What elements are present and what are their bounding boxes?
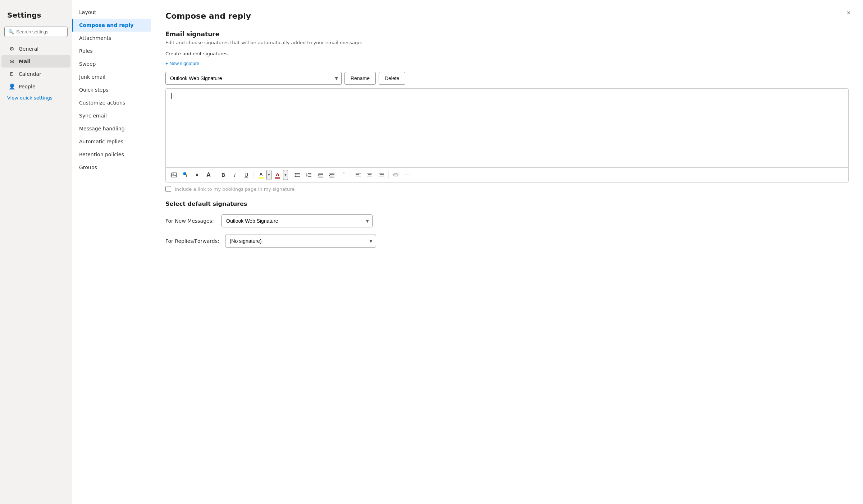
- decrease-font-button[interactable]: A: [192, 170, 202, 180]
- insert-link-button[interactable]: [391, 170, 401, 180]
- nav-compose-reply[interactable]: Compose and reply: [72, 19, 151, 32]
- insert-image-button[interactable]: [169, 170, 179, 180]
- sidebar-item-people[interactable]: 👤 People: [1, 80, 70, 93]
- align-left-button[interactable]: [353, 170, 364, 180]
- nav-sweep[interactable]: Sweep: [72, 57, 151, 70]
- sidebar-item-calendar[interactable]: 🗓 Calendar: [1, 68, 70, 80]
- nav-quick-steps[interactable]: Quick steps: [72, 83, 151, 96]
- svg-point-3: [295, 173, 296, 174]
- default-signatures-title: Select default signatures: [165, 200, 849, 207]
- underline-button[interactable]: U: [241, 170, 252, 180]
- search-box[interactable]: 🔍: [4, 27, 68, 37]
- font-color-button[interactable]: A: [272, 170, 283, 180]
- nav-customize-actions[interactable]: Customize actions: [72, 96, 151, 109]
- blockquote-button[interactable]: ": [338, 170, 349, 180]
- font-color-indicator: [275, 177, 280, 179]
- format-painter-button[interactable]: [180, 170, 191, 180]
- outdent-button[interactable]: [327, 170, 337, 180]
- close-button[interactable]: ×: [843, 7, 854, 19]
- highlight-button[interactable]: A: [256, 170, 266, 180]
- bullets-button[interactable]: [292, 170, 303, 180]
- main-content: × Compose and reply Email signature Edit…: [151, 0, 863, 504]
- replies-select[interactable]: (No signature) Outlook Web Signature: [225, 235, 376, 248]
- bookings-checkbox-row: Include a link to my bookings page in my…: [165, 186, 849, 192]
- replies-row: For Replies/Forwards: (No signature) Out…: [165, 235, 849, 248]
- new-messages-row: For New Messages: Outlook Web Signature …: [165, 214, 849, 227]
- editor-toolbar: A A B I U A ▼: [166, 168, 848, 182]
- delete-button[interactable]: Delete: [379, 72, 405, 85]
- mail-icon: ✉: [9, 58, 15, 65]
- more-options-button[interactable]: ···: [402, 170, 413, 180]
- bold-button[interactable]: B: [218, 170, 229, 180]
- view-quick-settings-link[interactable]: View quick settings: [0, 92, 60, 103]
- toolbar-separator-3: [290, 171, 290, 179]
- editor-cursor: [171, 93, 172, 99]
- default-signatures-section: Select default signatures For New Messag…: [165, 200, 849, 248]
- sidebar: Settings 🔍 ⚙ General ✉ Mail 🗓 Calendar 👤…: [0, 0, 72, 504]
- toolbar-separator-2: [254, 171, 254, 179]
- email-signature-description: Edit and choose signatures that will be …: [165, 40, 849, 45]
- svg-rect-0: [172, 173, 177, 177]
- font-color-group: A ▼: [272, 170, 288, 180]
- new-messages-label: For New Messages:: [165, 218, 216, 224]
- nav-sync-email[interactable]: Sync email: [72, 109, 151, 122]
- search-input[interactable]: [16, 29, 64, 34]
- nav-groups[interactable]: Groups: [72, 161, 151, 174]
- nav-rules[interactable]: Rules: [72, 45, 151, 57]
- toolbar-separator-1: [216, 171, 216, 179]
- sidebar-item-mail[interactable]: ✉ Mail: [1, 55, 70, 68]
- bookings-checkbox-label[interactable]: Include a link to my bookings page in my…: [175, 186, 294, 192]
- svg-point-5: [295, 175, 296, 176]
- nav-message-handling[interactable]: Message handling: [72, 122, 151, 135]
- font-color-dropdown-button[interactable]: ▼: [283, 170, 288, 180]
- new-signature-button[interactable]: + New signature: [165, 60, 199, 67]
- email-signature-title: Email signature: [165, 31, 849, 38]
- people-icon: 👤: [9, 83, 15, 90]
- mid-nav: Layout Compose and reply Attachments Rul…: [72, 0, 151, 504]
- rename-button[interactable]: Rename: [344, 72, 376, 85]
- svg-point-7: [295, 176, 296, 177]
- email-signature-section: Email signature Edit and choose signatur…: [165, 31, 849, 248]
- signature-select-row: Outlook Web Signature ▼ Rename Delete: [165, 72, 849, 85]
- app-container: Settings 🔍 ⚙ General ✉ Mail 🗓 Calendar 👤…: [0, 0, 863, 504]
- align-center-button[interactable]: [364, 170, 375, 180]
- page-title: Compose and reply: [165, 11, 849, 20]
- signature-dropdown-wrapper[interactable]: Outlook Web Signature ▼: [165, 72, 342, 85]
- highlight-group: A ▼: [256, 170, 271, 180]
- replies-label: For Replies/Forwards:: [165, 238, 219, 244]
- nav-layout[interactable]: Layout: [72, 6, 151, 19]
- nav-junk-email[interactable]: Junk email: [72, 70, 151, 83]
- new-messages-select[interactable]: Outlook Web Signature (No signature): [222, 214, 373, 227]
- general-icon: ⚙: [9, 46, 15, 52]
- increase-font-button[interactable]: A: [203, 170, 214, 180]
- svg-rect-2: [183, 172, 186, 175]
- italic-button[interactable]: I: [229, 170, 240, 180]
- toolbar-separator-4: [351, 171, 351, 179]
- svg-text:3.: 3.: [306, 175, 308, 177]
- highlight-dropdown-button[interactable]: ▼: [266, 170, 271, 180]
- signature-editor: A A B I U A ▼: [165, 88, 849, 182]
- sidebar-title: Settings: [0, 7, 72, 27]
- align-right-button[interactable]: [376, 170, 387, 180]
- bookings-checkbox[interactable]: [165, 186, 171, 192]
- highlight-color-indicator: [259, 177, 264, 179]
- nav-attachments[interactable]: Attachments: [72, 32, 151, 45]
- toolbar-separator-5: [388, 171, 389, 179]
- calendar-icon: 🗓: [9, 71, 15, 77]
- new-messages-dropdown-wrapper[interactable]: Outlook Web Signature (No signature) ▼: [222, 214, 373, 227]
- numbering-button[interactable]: 1.2.3.: [303, 170, 314, 180]
- svg-point-1: [173, 174, 174, 175]
- replies-dropdown-wrapper[interactable]: (No signature) Outlook Web Signature ▼: [225, 235, 376, 248]
- nav-retention-policies[interactable]: Retention policies: [72, 148, 151, 161]
- search-icon: 🔍: [8, 29, 14, 34]
- signature-select[interactable]: Outlook Web Signature: [165, 72, 342, 85]
- sidebar-item-general[interactable]: ⚙ General: [1, 43, 70, 55]
- signature-editor-area[interactable]: [166, 89, 848, 168]
- indent-button[interactable]: [315, 170, 326, 180]
- nav-automatic-replies[interactable]: Automatic replies: [72, 135, 151, 148]
- create-edit-label: Create and edit signatures: [165, 51, 849, 56]
